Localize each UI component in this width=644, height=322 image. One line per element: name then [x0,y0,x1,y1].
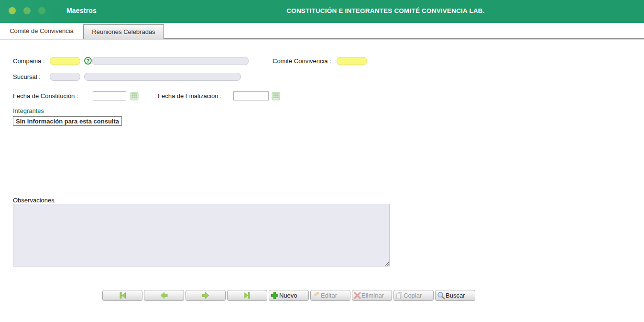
compania-label: Compañia : [13,57,44,65]
button-label: Copiar [404,292,422,299]
integrantes-empty-message: Sin información para esta consulta [13,116,122,126]
copy-icon [395,292,403,300]
calendar-icon [130,92,139,100]
tab-comite-de-convivencia[interactable]: Comité de Convivencia [0,23,83,39]
sucursal-name-field [84,73,241,81]
eliminar-button[interactable]: Eliminar [352,290,392,301]
search-icon [437,291,445,300]
fecha-constitucion-label: Fecha de Constitución : [13,92,78,100]
copiar-button[interactable]: Copiar [393,290,434,301]
button-label: Eliminar [361,292,384,299]
nuevo-button[interactable]: Nuevo [269,290,309,301]
dot-icon [38,7,45,14]
svg-text:?: ? [87,58,89,64]
tab-reuniones-celebradas[interactable]: Reuniones Celebradas [83,24,164,39]
button-label: Buscar [446,292,465,299]
observaciones-textarea[interactable] [13,204,390,266]
compania-code-input[interactable] [50,57,80,65]
last-record-button[interactable] [227,290,267,301]
first-record-icon [118,292,127,299]
page-title: CONSTITUCIÓN E INTEGRANTES COMITÉ CONVIV… [127,7,644,14]
plus-icon [271,291,279,300]
compania-lookup-button[interactable]: ? [84,57,92,65]
dot-icon [9,7,16,14]
fecha-constitucion-calendar-button[interactable] [130,92,139,100]
next-record-button[interactable] [186,290,226,301]
comite-convivencia-input[interactable] [337,57,367,65]
last-record-icon [242,292,252,299]
fecha-finalizacion-calendar-button[interactable] [272,92,280,100]
calendar-icon [272,92,280,100]
question-mark-icon: ? [84,57,92,65]
button-label: Editar [321,292,337,299]
previous-record-button[interactable] [144,290,184,301]
fecha-constitucion-input[interactable] [93,91,126,100]
buscar-button[interactable]: Buscar [435,290,475,301]
compania-name-field [92,57,249,65]
first-record-button[interactable] [102,290,142,301]
tab-label: Reuniones Celebradas [92,28,155,35]
button-label: Nuevo [279,292,297,299]
next-record-icon [201,292,210,299]
comite-convivencia-label: Comité Convivencia : [273,57,331,65]
pencil-icon [312,292,320,300]
app-title: Maestros [66,7,97,14]
fecha-finalizacion-input[interactable] [233,91,269,100]
x-icon [354,292,361,299]
window-dots [9,7,45,14]
integrantes-label: Integrantes [13,107,44,114]
observaciones-label: Observaciones [13,197,55,204]
editar-button[interactable]: Editar [310,290,350,301]
dot-icon [23,7,31,14]
sucursal-code-field [50,73,80,81]
record-toolbar: Nuevo Editar Eliminar Copiar [102,290,475,301]
previous-record-icon [160,292,168,299]
header-bar: Maestros CONSTITUCIÓN E INTEGRANTES COMI… [0,0,644,23]
window: Maestros CONSTITUCIÓN E INTEGRANTES COMI… [0,0,644,322]
tab-strip: Comité de Convivencia Reuniones Celebrad… [0,23,644,39]
sucursal-label: Sucursal : [13,73,41,80]
fecha-finalizacion-label: Fecha de Finalización : [158,92,222,100]
tab-label: Comité de Convivencia [10,27,74,34]
